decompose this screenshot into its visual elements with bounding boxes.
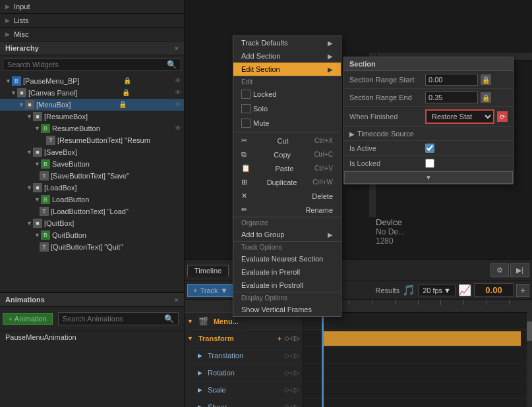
track-rotation-label: Rotation	[208, 369, 235, 377]
ctx-show-vert-frames[interactable]: Show Vertical Frames	[233, 303, 341, 316]
ctx-add-to-group[interactable]: Add to Group ▶	[233, 228, 341, 241]
tree-item-loadtext[interactable]: T [LoadButtonText] "Load"	[0, 205, 184, 217]
tree-arrow: ▼	[34, 230, 41, 240]
tree-item-resumebutton[interactable]: ▼ B ResumeButton 👁	[0, 122, 184, 134]
tree-arrow: ▼	[26, 182, 33, 193]
timeline-transform-bar[interactable]	[322, 331, 521, 346]
ctx-arrow-icon: ▶	[328, 231, 333, 238]
ctx-eval-nearest[interactable]: Evaluate Nearest Section	[233, 252, 341, 265]
tree-item-pausemenu[interactable]: ▼ B [PauseMenu_BP] 🔒 👁	[0, 75, 184, 87]
ctx-track-defaults[interactable]: Track Defaults ▶	[233, 36, 341, 49]
ctx-eval-preroll[interactable]: Evaluate in Preroll	[233, 265, 341, 279]
ctx-delete[interactable]: ✕ Delete	[233, 189, 341, 203]
section-range-end-lock[interactable]: 🔒	[481, 92, 491, 103]
widget-icon: ■	[33, 148, 42, 157]
tree-item-loadbutton[interactable]: ▼ B LoadButton	[0, 194, 184, 205]
animations-close-btn[interactable]: ×	[175, 296, 179, 304]
delete-icon: ✕	[241, 192, 247, 200]
track-shear-row[interactable]: ▶ Shear ◇◁▷	[185, 398, 303, 407]
tree-label: [PauseMenu_BP]	[23, 76, 80, 86]
nav-misc[interactable]: ▶ Misc	[0, 28, 184, 41]
ctx-rename[interactable]: ✏ Rename	[233, 203, 341, 217]
section-range-end-input[interactable]	[425, 92, 478, 103]
track-btn[interactable]: + Track ▼	[187, 284, 233, 297]
track-scale-row[interactable]: ▶ Scale ◇◁▷	[185, 381, 303, 398]
ctx-eval-postroll[interactable]: Evaluate in Postroll	[233, 279, 341, 292]
fps-display[interactable]: 20 fps ▼	[418, 285, 456, 296]
tree-item-quitbutton[interactable]: ▼ B QuitButton	[0, 229, 184, 241]
ctx-track-opts-header: Track Options	[233, 241, 341, 252]
ctx-mute-checkbox	[241, 119, 251, 128]
section-when-finished-lock[interactable]: ⟳	[497, 111, 508, 122]
tree-item-quittext[interactable]: T [QuitButtonText] "Quit"	[0, 241, 184, 253]
widget-icon: T	[40, 242, 49, 252]
ctx-eval-preroll-label: Evaluate in Preroll	[241, 268, 300, 276]
animations-header: Animations ×	[0, 293, 184, 307]
timeline-scrollbar[interactable]	[527, 300, 532, 407]
timecode-expand-icon[interactable]: ▶	[349, 130, 355, 138]
ctx-duplicate[interactable]: ⊞ Duplicate Ctrl+W	[233, 175, 341, 189]
ctx-add-section[interactable]: Add Section ▶	[233, 49, 341, 63]
ctx-locked[interactable]: Locked	[233, 87, 341, 101]
anim-search-input[interactable]	[63, 315, 164, 323]
rename-icon: ✏	[241, 205, 247, 214]
ctx-copy[interactable]: ⧉ Copy Ctrl+C	[233, 148, 341, 161]
nav-lists[interactable]: ▶ Lists	[0, 14, 184, 28]
ctx-label: Add Section	[241, 52, 280, 60]
tree-arrow: ▼	[34, 159, 41, 169]
tree-arrow: ▼	[26, 218, 33, 229]
track-translation-row[interactable]: ▶ Translation ◇◁▷	[185, 347, 303, 364]
tree-label: [Canvas Panel]	[28, 88, 78, 98]
widget-icon: B	[41, 231, 50, 240]
tree-item-savebox[interactable]: ▼ ■ [SaveBox]	[0, 146, 184, 158]
ctx-mute[interactable]: Mute	[233, 116, 341, 130]
timeline-tab[interactable]: Timeline	[187, 265, 229, 277]
nav-arrow-misc: ▶	[5, 31, 10, 38]
ctx-duplicate-label: Duplicate	[267, 178, 297, 186]
ctx-arrow-icon: ▶	[328, 40, 333, 47]
graph-icon[interactable]: 📈	[458, 284, 471, 296]
tree-item-savebutton[interactable]: ▼ B SaveButton	[0, 158, 184, 170]
ctx-solo[interactable]: Solo	[233, 101, 341, 116]
timeline-add-btn[interactable]: +	[516, 284, 529, 297]
hierarchy-close-btn[interactable]: ×	[175, 44, 179, 52]
hierarchy-search-input[interactable]	[7, 61, 167, 68]
section-range-start-lock[interactable]: 🔒	[481, 74, 491, 85]
section-when-finished-dropdown[interactable]: Restore Stat Keep State Loop	[425, 109, 494, 124]
timecode-display: 0.00	[474, 283, 514, 297]
track-transform-row[interactable]: ▼ Transform + ◇◁▷	[185, 330, 303, 347]
section-is-active-checkbox[interactable]	[425, 144, 434, 153]
tree-item-quitbox[interactable]: ▼ ■ [QuitBox]	[0, 217, 184, 229]
tree-item-canvas[interactable]: ▼ ■ [Canvas Panel] 🔒 👁	[0, 87, 184, 99]
track-key-icons: ◇◁▷	[284, 335, 300, 342]
section-range-end-row: Section Range End 🔒	[344, 89, 513, 107]
animation-item-pausemenu[interactable]: PauseMenuAnimation	[0, 331, 184, 343]
section-is-locked-checkbox[interactable]	[425, 159, 434, 168]
tree-item-resumebox[interactable]: ▼ ■ [ResumeBox]	[0, 111, 184, 122]
add-animation-btn[interactable]: + Animation	[3, 313, 53, 325]
eye-icon: 👁	[175, 88, 181, 98]
nav-input[interactable]: ▶ Input	[0, 0, 184, 14]
section-is-active-label: Is Active	[349, 144, 425, 152]
settings-btn[interactable]: ⚙	[490, 263, 509, 277]
section-expand-btn[interactable]: ▼	[344, 171, 513, 184]
eye-icon: 👁	[175, 123, 181, 134]
playback-mode-btn[interactable]: ▶|	[510, 263, 529, 277]
ctx-cut[interactable]: ✂ Cut Ctrl+X	[233, 134, 341, 148]
track-shear-label: Shear	[208, 403, 227, 408]
tree-label: [ResumeBox]	[44, 111, 88, 122]
track-add-icon[interactable]: +	[278, 335, 281, 342]
track-rotation-row[interactable]: ▶ Rotation ◇◁▷	[185, 364, 303, 381]
tree-item-menubox[interactable]: ▼ ■ [MenuBox] 🔒 👁	[0, 99, 184, 111]
tree-label: [SaveBox]	[44, 147, 77, 157]
tree-item-savetext[interactable]: T [SaveButtonText] "Save"	[0, 170, 184, 182]
tree-item-loadbox[interactable]: ▼ ■ [LoadBox]	[0, 182, 184, 194]
track-subarrow-icon: ▶	[198, 387, 202, 393]
nav-label-input: Input	[14, 3, 30, 11]
track-label[interactable]: Track	[200, 286, 218, 294]
section-range-start-input[interactable]	[425, 74, 478, 86]
ctx-display-opts-header: Display Options	[233, 292, 341, 303]
tree-item-resumetext[interactable]: T [ResumeButtonText] "Resum	[0, 134, 184, 146]
ctx-edit-section[interactable]: Edit Section ▶	[233, 63, 341, 76]
ctx-paste[interactable]: 📋 Paste Ctrl+V	[233, 161, 341, 175]
